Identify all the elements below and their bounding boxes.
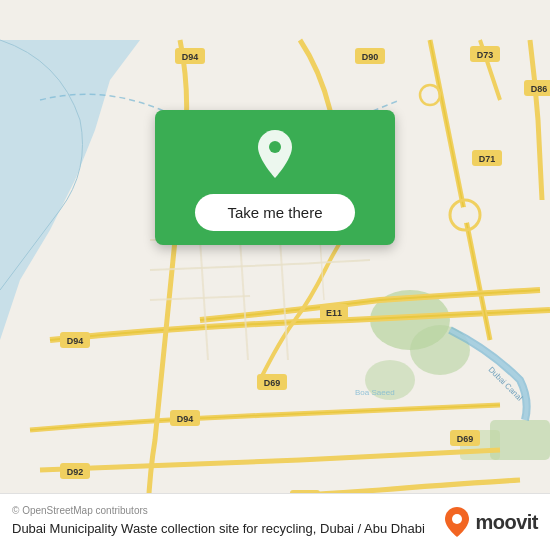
attribution-text: © OpenStreetMap contributors — [12, 505, 429, 516]
svg-text:D69: D69 — [457, 434, 474, 444]
svg-text:D94: D94 — [177, 414, 194, 424]
bottom-bar: © OpenStreetMap contributors Dubai Munic… — [0, 493, 550, 550]
svg-text:D94: D94 — [182, 52, 199, 62]
moovit-text: moovit — [475, 511, 538, 534]
take-me-there-button[interactable]: Take me there — [195, 194, 354, 231]
svg-point-35 — [457, 207, 473, 223]
svg-text:D90: D90 — [362, 52, 379, 62]
svg-text:D92: D92 — [67, 467, 84, 477]
map-container: D94 D90 D86 D73 D71 D94 D94 E11 D69 D69 … — [0, 0, 550, 550]
svg-text:D71: D71 — [479, 154, 496, 164]
moovit-icon — [439, 504, 475, 540]
svg-point-38 — [269, 141, 281, 153]
svg-text:D73: D73 — [477, 50, 494, 60]
bottom-text-area: © OpenStreetMap contributors Dubai Munic… — [12, 505, 439, 538]
svg-text:D69: D69 — [264, 378, 281, 388]
map-background: D94 D90 D86 D73 D71 D94 D94 E11 D69 D69 … — [0, 0, 550, 550]
place-name-text: Dubai Municipality Waste collection site… — [12, 520, 429, 538]
svg-point-39 — [452, 514, 462, 524]
svg-point-37 — [425, 90, 435, 100]
svg-text:D86: D86 — [531, 84, 548, 94]
svg-text:E11: E11 — [326, 308, 342, 318]
moovit-logo: moovit — [439, 504, 538, 540]
svg-text:Boa Saeed: Boa Saeed — [355, 388, 395, 397]
svg-text:D94: D94 — [67, 336, 84, 346]
action-card: Take me there — [155, 110, 395, 245]
location-pin-icon — [252, 128, 298, 180]
